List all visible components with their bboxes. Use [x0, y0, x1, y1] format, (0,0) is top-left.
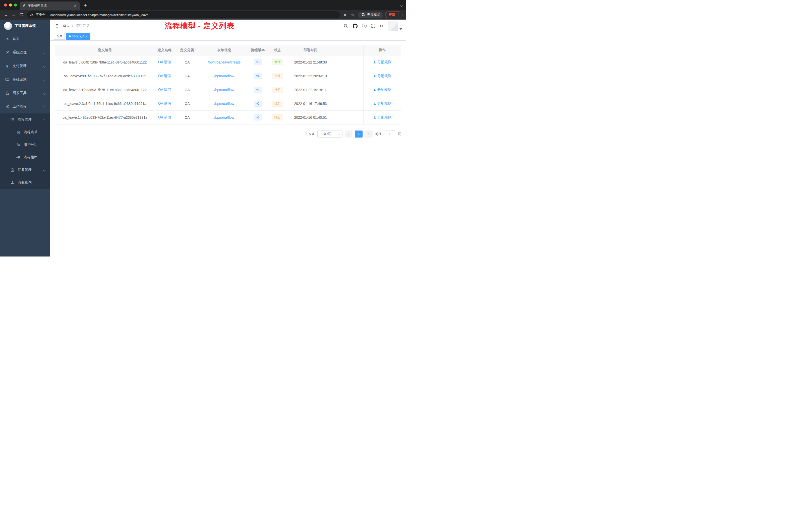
document-icon	[16, 130, 21, 134]
version-chip: v5	[254, 59, 262, 65]
next-page-button[interactable]: ›	[365, 130, 373, 138]
definition-name-link[interactable]: OA 请假	[158, 88, 171, 92]
window-close-button[interactable]	[4, 3, 7, 6]
top-navbar: 首页 / 流程定义 流程模型 - 定义列表 ? tT	[50, 20, 406, 32]
version-chip: v1	[254, 115, 262, 120]
definition-name-link[interactable]: OA 请假	[158, 101, 171, 105]
form-link[interactable]: /bpm/oa/flow	[214, 88, 234, 92]
definition-id: oa_leave:2:3c1f0ef1-76b1-11ec-9c66-a2380…	[55, 97, 155, 111]
browser-window: 芋道管理系统 × + ← → 不安全 | dashboard.yudao.ioc…	[0, 0, 406, 20]
window-zoom-button[interactable]	[14, 3, 17, 6]
status-chip: 挂起	[272, 101, 283, 107]
tab-close-icon[interactable]: ×	[73, 3, 77, 8]
sidebar-item-task-management[interactable]: 任务管理	[0, 163, 50, 176]
gear-icon	[5, 51, 9, 55]
sidebar-item-workflow[interactable]: 工作流程	[0, 100, 50, 114]
sidebar-collapse-button[interactable]	[54, 23, 59, 28]
warning-icon	[30, 13, 34, 17]
deploy-time: 2022-01-16 01:40:51	[287, 111, 334, 124]
font-size-icon[interactable]: tT	[380, 24, 384, 28]
goto-page-input[interactable]	[384, 130, 395, 137]
sidebar-logo[interactable]: 芋道管理系统	[0, 20, 50, 32]
table-row: oa_leave:5:004b710b-7b8a-11ec-8ef0-acde4…	[55, 55, 401, 69]
address-bar[interactable]: 不安全 | dashboard.yudao.iocoder.cn/bpm/man…	[27, 11, 340, 18]
security-label[interactable]: 不安全	[36, 12, 46, 17]
assign-rule-link[interactable]: 分配规则	[373, 101, 392, 106]
url-text: dashboard.yudao.iocoder.cn/bpm/manager/d…	[50, 13, 148, 17]
bookmark-star-icon[interactable]: ☆	[349, 11, 356, 18]
sidebar-item-infrastructure[interactable]: 基础设施	[0, 73, 50, 86]
col-definition-category: 定义分类	[174, 45, 200, 55]
sidebar-item-process-model[interactable]: 流程模型	[0, 151, 50, 163]
version-chip: v3	[254, 87, 262, 93]
form-link[interactable]: /bpm/oa/flow	[214, 102, 234, 105]
sidebar-item-home[interactable]: 首页	[0, 32, 50, 46]
tag-process-definition[interactable]: 流程定义 ×	[66, 33, 90, 40]
user-avatar[interactable]	[388, 21, 402, 31]
page-number-button[interactable]: 1	[355, 130, 362, 138]
monitor-icon	[5, 78, 9, 82]
refresh-button[interactable]	[18, 11, 25, 18]
assign-rule-link[interactable]: 分配规则	[373, 115, 392, 120]
app-title: 芋道管理系统	[14, 24, 36, 28]
sidebar-item-leave-query[interactable]: 请假查询	[0, 176, 50, 189]
page-size-select[interactable]: 10条/页	[317, 130, 343, 138]
page-annotation: 流程模型 - 定义列表	[165, 21, 234, 31]
new-tab-button[interactable]: +	[82, 2, 89, 9]
definition-name-link[interactable]: OA 请假	[158, 115, 171, 119]
deploy-time: 2022-01-16 17:46:53	[287, 97, 334, 111]
caret-down-icon	[400, 28, 402, 30]
github-icon[interactable]	[352, 23, 358, 29]
incognito-icon	[361, 12, 365, 17]
update-button[interactable]: 更新 ⋮	[385, 11, 403, 18]
definition-category: OA	[174, 55, 200, 69]
col-definition-name: 定义名称	[155, 45, 174, 55]
definition-id: oa_leave:4:991f2193-7b7f-11ec-a3c8-acde4…	[55, 69, 155, 83]
assign-rule-link[interactable]: 分配规则	[373, 88, 392, 92]
form-link[interactable]: /bpm/oa/leave/create	[208, 60, 241, 64]
chevron-down-icon	[338, 132, 341, 135]
prev-page-button[interactable]: ‹	[345, 130, 352, 138]
definition-table: 定义编号 定义名称 定义分类 表单信息 流程版本 状态 部署时间 操作 oa_l…	[55, 45, 401, 124]
fullscreen-icon[interactable]	[371, 23, 376, 29]
sidebar-item-devtools[interactable]: 研发工具	[0, 86, 50, 100]
assign-rule-link[interactable]: 分配规则	[373, 60, 392, 64]
workflow-icon	[5, 105, 9, 109]
sidebar: 芋道管理系统 首页 系统管理 ¥ 支付管理 基础设施	[0, 20, 50, 256]
window-minimize-button[interactable]	[9, 3, 12, 6]
assign-rule-link[interactable]: 分配规则	[373, 74, 392, 78]
table-row: oa_leave:1:482ec033-762a-11ec-8477-a2380…	[55, 111, 401, 124]
tab-search-chevron-icon[interactable]	[401, 3, 403, 7]
menu-kebab-icon[interactable]: ⋮	[397, 12, 401, 17]
definition-category: OA	[174, 69, 200, 83]
table-row: oa_leave:3:1fad3d93-7b75-11ec-a3c8-acde4…	[55, 83, 401, 97]
password-key-icon[interactable]	[343, 11, 349, 18]
definition-id: oa_leave:1:482ec033-762a-11ec-8477-a2380…	[55, 111, 155, 124]
sidebar-item-process-management[interactable]: 流程管理	[0, 114, 50, 126]
breadcrumb-home[interactable]: 首页	[63, 24, 70, 28]
sidebar-item-system[interactable]: 系统管理	[0, 46, 50, 59]
col-deploy-time: 部署时间	[287, 45, 334, 55]
window-controls	[4, 3, 17, 6]
help-icon[interactable]: ?	[362, 24, 367, 28]
form-link[interactable]: /bpm/oa/flow	[214, 74, 234, 78]
back-button[interactable]: ←	[2, 11, 9, 18]
definition-category: OA	[174, 111, 200, 124]
version-chip: v4	[254, 73, 262, 79]
tag-home[interactable]: 首页	[54, 33, 65, 40]
tab-strip: 芋道管理系统 × +	[0, 0, 406, 10]
sidebar-item-payment[interactable]: ¥ 支付管理	[0, 59, 50, 73]
definition-name-link[interactable]: OA 请假	[158, 74, 171, 78]
sidebar-item-user-groups[interactable]: 用户分组	[0, 139, 50, 151]
col-form-info: 表单信息	[200, 45, 248, 55]
browser-tab[interactable]: 芋道管理系统 ×	[20, 1, 80, 10]
version-chip: v2	[254, 101, 262, 107]
form-link[interactable]: /bpm/oa/flow	[214, 116, 234, 119]
forward-button[interactable]: →	[10, 11, 17, 18]
definition-name-link[interactable]: OA 请假	[158, 60, 171, 64]
tag-close-icon[interactable]: ×	[86, 35, 88, 38]
sidebar-item-process-form[interactable]: 流程表单	[0, 126, 50, 139]
avatar-image	[388, 21, 398, 31]
search-icon[interactable]	[343, 23, 348, 29]
chevron-down-icon	[44, 78, 45, 82]
